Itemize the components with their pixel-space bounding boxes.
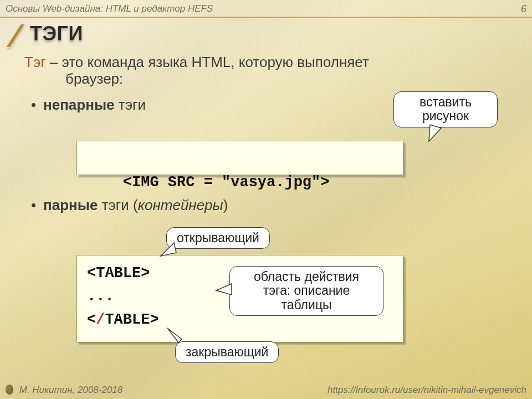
callout-scope-line3: таблицы — [281, 298, 331, 312]
header: Основы Web-дизайна: HTML и редактор HEFS… — [6, 2, 526, 16]
bullet-paired-close: ) — [223, 197, 228, 213]
slide-title: ⁄ ТЭГИ — [0, 22, 532, 51]
callout-scope-tail-icon — [215, 283, 234, 298]
code-box-img: <IMG SRC = "vasya.jpg"> — [76, 141, 403, 175]
term-tag: Тэг — [24, 54, 46, 70]
code-table-slash: / — [96, 311, 105, 328]
title-accent-icon: ⁄ — [11, 20, 20, 51]
slide: Основы Web-дизайна: HTML и редактор HEFS… — [0, 0, 532, 399]
callout-scope: область действия тэга: описание таблицы — [229, 266, 383, 316]
title-text: ТЭГИ — [30, 22, 83, 45]
bullet-paired-italic: контейнеры — [138, 197, 223, 213]
callout-insert-line2: рисунок — [422, 109, 469, 123]
callout-opening: открывающий — [166, 227, 270, 249]
callout-opening-text: открывающий — [177, 231, 259, 245]
callout-scope-line2: тэга: описание — [263, 283, 350, 298]
code-table-close-rest: TABLE> — [105, 311, 158, 328]
code-table-line2: ... — [87, 288, 114, 305]
bullet-unpaired-bold: непарные — [43, 96, 115, 113]
footer: М. Никитин, 2008-2018 https://infourok.r… — [6, 385, 526, 396]
lead-definition: Тэг – это команда языка HTML, которую вы… — [24, 54, 507, 88]
callout-scope-line1: область действия — [254, 269, 359, 284]
lead-line2: браузер: — [65, 71, 123, 88]
header-divider — [0, 17, 532, 18]
footer-author: М. Никитин, 2008-2018 — [6, 385, 122, 396]
footer-logo-icon — [6, 385, 13, 395]
callout-closing: закрывающий — [175, 341, 279, 363]
callout-opening-tail-icon — [160, 243, 178, 259]
callout-closing-text: закрывающий — [186, 345, 268, 359]
callout-insert-line1: вставить — [420, 95, 472, 109]
page-number: 6 — [521, 3, 526, 15]
callout-insert-tail-icon — [428, 125, 444, 145]
code-table-close-open: < — [87, 311, 96, 328]
callout-closing-tail-icon — [165, 326, 184, 344]
breadcrumb: Основы Web-дизайна: HTML и редактор HEFS — [6, 3, 213, 14]
bullet-paired: парные тэги (контейнеры) — [43, 197, 507, 214]
code-img-text: <IMG SRC = "vasya.jpg"> — [123, 174, 330, 191]
code-table-line1: <TABLE> — [87, 265, 150, 282]
callout-insert-image: вставить рисунок — [393, 91, 498, 127]
footer-url: https://infourok.ru/user/nikitin-mihail-… — [328, 385, 526, 396]
footer-author-text: М. Никитин, 2008-2018 — [19, 385, 123, 395]
lead-line1: – это команда языка HTML, которую выполн… — [46, 54, 369, 70]
bullet-unpaired-rest: тэги — [115, 96, 146, 113]
